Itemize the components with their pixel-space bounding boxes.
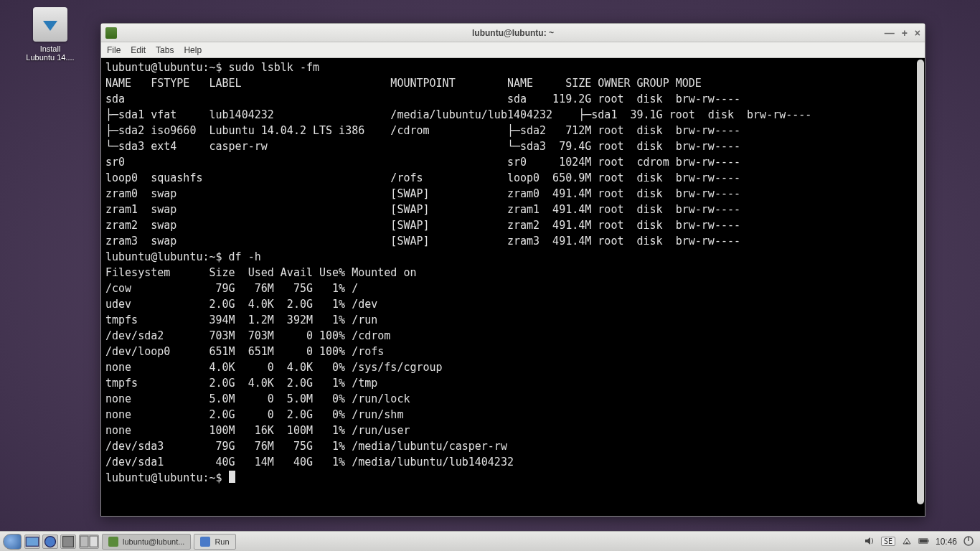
task-button[interactable]: Run [194,534,235,550]
shutdown-icon[interactable] [963,535,974,548]
keyboard-layout-indicator[interactable]: SE [881,537,895,546]
menubar: File Edit Tabs Help [101,42,925,58]
show-desktop-button[interactable] [60,534,76,549]
svg-rect-2 [63,536,74,547]
titlebar[interactable]: lubuntu@lubuntu: ~ — + × [101,24,925,42]
file-manager-launcher[interactable] [24,534,40,549]
terminal-icon [108,537,118,547]
menu-edit[interactable]: Edit [131,45,146,55]
close-button[interactable]: × [915,28,920,38]
menu-help[interactable]: Help [184,45,202,55]
window-title: lubuntu@lubuntu: ~ [472,28,554,38]
start-menu-button[interactable] [3,534,22,550]
clock[interactable]: 10:46 [936,537,957,547]
svg-rect-6 [928,540,929,542]
menu-tabs[interactable]: Tabs [156,45,174,55]
browser-launcher[interactable] [42,534,58,549]
task-button[interactable]: lubuntu@lubunt... [102,534,191,550]
desktop-icon-label: Install Lubuntu 14.... [22,44,79,62]
task-list: lubuntu@lubunt...Run [102,534,236,550]
run-icon [200,537,210,547]
svg-rect-4 [90,536,98,547]
cursor [229,471,235,483]
task-button-label: lubuntu@lubunt... [123,537,184,546]
task-button-label: Run [215,537,229,546]
menu-file[interactable]: File [107,45,121,55]
svg-rect-0 [26,537,39,546]
battery-icon[interactable] [918,535,930,548]
svg-rect-3 [80,536,88,547]
terminal-output[interactable]: lubuntu@lubuntu:~$ sudo lsblk -fm NAME F… [101,58,925,516]
maximize-button[interactable]: + [902,28,908,38]
install-icon [33,7,67,42]
terminal-app-icon [105,27,117,39]
system-tray: SE 10:46 [864,535,977,548]
svg-point-1 [45,536,56,547]
workspace-switcher[interactable] [79,534,99,549]
scrollbar[interactable] [917,60,924,504]
network-icon[interactable] [901,535,913,548]
svg-rect-7 [920,539,927,542]
taskbar: lubuntu@lubunt...Run SE 10:46 [0,531,980,551]
terminal-window: lubuntu@lubuntu: ~ — + × File Edit Tabs … [100,23,925,517]
volume-icon[interactable] [864,535,875,548]
desktop-icon-install[interactable]: Install Lubuntu 14.... [22,7,79,62]
minimize-button[interactable]: — [885,28,895,38]
quick-launch [24,534,76,549]
